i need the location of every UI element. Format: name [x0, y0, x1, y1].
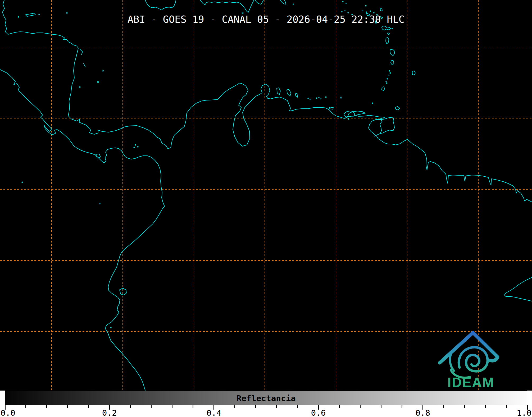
- colorbar-tick-label: 0.0: [1, 408, 15, 417]
- coastline-path: [295, 93, 298, 97]
- island-dot: [373, 12, 374, 13]
- island-dot: [137, 146, 138, 147]
- ideam-logo-text: IDEAM: [447, 375, 494, 390]
- island-dot: [348, 12, 349, 13]
- colorbar-minor-tick: [88, 405, 89, 408]
- colorbar-tick-label: 0.4: [207, 408, 221, 417]
- island-dot: [344, 10, 345, 11]
- colorbar-minor-tick: [67, 405, 68, 408]
- island-dot: [97, 81, 99, 83]
- colorbar-minor-tick: [381, 405, 381, 408]
- coastline-path: [391, 28, 393, 29]
- coastline-path: [200, 0, 254, 12]
- island-dot: [390, 72, 391, 74]
- colorbar-label: Reflectancia: [237, 393, 296, 403]
- island-dot: [346, 3, 347, 4]
- island-dot: [66, 12, 67, 13]
- coastline-path: [382, 87, 385, 91]
- colorbar-minor-tick: [443, 405, 444, 408]
- ideam-logo: IDEAM: [440, 333, 498, 390]
- colorbar-region: Reflectancia 0.00.20.40.60.81.0: [0, 391, 532, 417]
- colorbar-minor-tick: [255, 405, 256, 408]
- colorbar-minor-tick: [485, 405, 486, 408]
- colorbar-minor-tick: [172, 405, 172, 408]
- colorbar-minor-tick: [297, 405, 298, 408]
- coastline-path: [287, 89, 291, 96]
- coastline-path: [277, 88, 280, 95]
- colorbar-tick-label: 0.2: [102, 408, 117, 417]
- ideam-logo-spiral-icon: [459, 347, 488, 371]
- coastline-path: [2, 0, 532, 202]
- island-dot: [325, 97, 326, 98]
- island-dot: [386, 81, 387, 82]
- coastlines: [0, 0, 532, 391]
- island-dot: [316, 98, 317, 99]
- colorbar-minor-tick: [276, 405, 277, 408]
- coastline-path: [329, 107, 333, 109]
- colorbar-tick-label: 0.6: [311, 408, 326, 417]
- map-svg: IDEAM: [0, 0, 532, 391]
- colorbar-tick-label: 1.0: [517, 408, 531, 417]
- island-dot: [102, 70, 103, 71]
- colorbar-minor-tick: [151, 405, 152, 408]
- coastline-path: [145, 0, 176, 10]
- island-dot: [134, 147, 135, 148]
- island-dot: [370, 11, 371, 12]
- island-dot: [99, 203, 100, 204]
- coastline-path: [504, 277, 532, 301]
- satellite-product-figure: IDEAM ABI - GOES 19 - CANAL 05 - 2026-04…: [0, 0, 532, 417]
- coastline-path: [280, 0, 286, 4]
- colorbar-minor-tick: [193, 405, 193, 408]
- coastline-path: [84, 63, 85, 67]
- colorbar-minor-tick: [25, 405, 26, 408]
- colorbar-minor-tick: [46, 405, 47, 408]
- colorbar-minor-tick: [234, 405, 235, 408]
- coastline-path: [380, 117, 394, 134]
- island-dot: [342, 1, 343, 2]
- island-dot: [242, 12, 243, 13]
- map-title: ABI - GOES 19 - CANAL 05 - 2026-04-25 22…: [0, 14, 532, 25]
- island-dot: [365, 5, 366, 6]
- island-dot: [308, 98, 309, 99]
- colorbar-minor-tick: [506, 405, 507, 408]
- coastline-path: [382, 26, 391, 30]
- satellite-map: IDEAM ABI - GOES 19 - CANAL 05 - 2026-04…: [0, 0, 532, 391]
- coastline-path: [255, 0, 263, 4]
- island-dot: [362, 10, 363, 11]
- latlon-grid: [0, 0, 532, 391]
- coastline-path: [395, 107, 400, 110]
- colorbar-tick-label: 0.8: [415, 408, 430, 417]
- island-dot: [320, 98, 321, 99]
- island-dot: [366, 12, 367, 13]
- island-dot: [348, 118, 349, 120]
- coastline-path: [391, 60, 394, 65]
- island-dot: [341, 11, 342, 12]
- coastline-path: [390, 49, 395, 56]
- colorbar-minor-tick: [130, 405, 131, 408]
- coastline-path: [412, 71, 415, 75]
- island-dot: [110, 327, 111, 328]
- island-dot: [293, 4, 294, 5]
- coastline-path: [344, 111, 355, 117]
- coastline-path: [386, 38, 389, 44]
- coastline-path: [388, 33, 389, 35]
- island-dot: [372, 103, 373, 104]
- island-dot: [387, 78, 388, 79]
- island-dot: [135, 144, 136, 145]
- coastline-path: [380, 8, 382, 11]
- island-dot: [79, 86, 80, 88]
- coastline-path: [0, 70, 165, 391]
- island-dot: [318, 97, 319, 98]
- colorbar-minor-tick: [402, 405, 402, 408]
- island-dot: [389, 70, 390, 71]
- island-dot: [386, 83, 387, 84]
- island-dot: [340, 97, 342, 98]
- coastline-path: [80, 49, 83, 54]
- island-dot: [388, 75, 389, 76]
- island-dot: [310, 99, 311, 100]
- island-dot: [22, 182, 23, 183]
- colorbar-minor-tick: [360, 405, 361, 408]
- colorbar-minor-tick: [464, 405, 465, 408]
- colorbar-minor-tick: [339, 405, 340, 408]
